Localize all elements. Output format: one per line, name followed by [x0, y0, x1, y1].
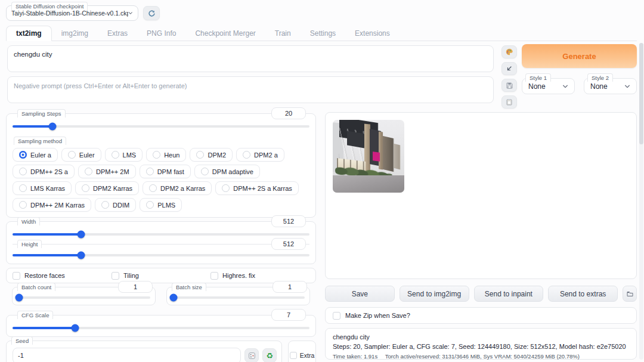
- cfg-scale-slider[interactable]: [13, 327, 309, 329]
- width-slider[interactable]: [13, 233, 309, 236]
- sampler-option-label: DPM++ 2S a Karras: [233, 185, 292, 192]
- style1-value: None: [528, 82, 546, 91]
- save-button[interactable]: Save: [325, 286, 395, 302]
- sampler-option-dpm2-karras[interactable]: DPM2 Karras: [75, 181, 139, 195]
- sampler-option-label: DPM adaptive: [212, 168, 253, 175]
- batch-size-value[interactable]: [273, 281, 307, 293]
- sampling-steps-value[interactable]: [271, 107, 306, 119]
- sampler-option-dpm2-a-karras[interactable]: DPM2 a Karras: [143, 181, 212, 195]
- refresh-icon: [148, 10, 156, 17]
- save-style-button[interactable]: [501, 79, 517, 92]
- seed-label: Seed: [11, 336, 33, 345]
- sampler-option-dpm-2m-karras[interactable]: DPM++ 2M Karras: [13, 198, 91, 212]
- sampler-option-dpm2-a[interactable]: DPM2 a: [236, 148, 284, 162]
- tab-settings[interactable]: Settings: [301, 26, 345, 41]
- chevron-down-icon: [128, 11, 133, 16]
- height-value[interactable]: [271, 238, 306, 250]
- batch-count-slider[interactable]: [17, 296, 150, 299]
- sampler-option-label: DPM2 a: [254, 151, 278, 159]
- height-slider[interactable]: [13, 254, 309, 256]
- restore-faces-checkbox[interactable]: Restore faces: [13, 272, 112, 280]
- checkbox-icon: [290, 352, 297, 359]
- tab-img2img[interactable]: img2img: [52, 26, 98, 41]
- sampling-steps-label: Sampling Steps: [17, 109, 66, 117]
- highres-fix-checkbox[interactable]: Highres. fix: [210, 272, 309, 280]
- sampler-option-label: LMS: [123, 151, 137, 159]
- sampler-option-dpm2[interactable]: DPM2: [190, 148, 233, 162]
- sampler-option-lms[interactable]: LMS: [105, 148, 143, 162]
- extra-seed-checkbox[interactable]: Extra: [288, 341, 316, 362]
- style2-label: Style 2: [587, 73, 613, 82]
- highres-fix-label: Highres. fix: [222, 272, 255, 279]
- send-to-inpaint-button[interactable]: Send to inpaint: [474, 286, 544, 302]
- sampler-option-label: LMS Karras: [30, 185, 65, 192]
- main-tab-bar: txt2imgimg2imgExtrasPNG InfoCheckpoint M…: [6, 27, 637, 41]
- sampling-method-label: Sampling method: [14, 137, 66, 145]
- roll-style-button[interactable]: [501, 45, 517, 58]
- checkpoint-value: Taiyi-Stable-Diffusion-1B-Chinese-v0.1.c…: [11, 10, 128, 17]
- checkbox-icon: [13, 272, 20, 280]
- sampler-option-label: DPM++ 2S a: [30, 168, 68, 175]
- width-value[interactable]: [271, 215, 306, 227]
- output-gallery: [325, 112, 637, 279]
- recycle-icon: ♻: [266, 352, 273, 360]
- radio-icon: [153, 151, 160, 159]
- apply-style-button[interactable]: [501, 95, 517, 109]
- tab-checkpoint-merger[interactable]: Checkpoint Merger: [185, 26, 265, 41]
- radio-icon: [19, 168, 27, 175]
- checkpoint-label: Stable Diffusion checkpoint: [11, 2, 88, 10]
- page-scrollbar[interactable]: [639, 43, 643, 360]
- sampler-option-plms[interactable]: PLMS: [140, 198, 182, 212]
- sampler-option-euler[interactable]: Euler: [61, 148, 101, 162]
- radio-icon: [201, 168, 209, 175]
- open-folder-button[interactable]: [623, 286, 637, 302]
- tab-txt2img[interactable]: txt2img: [6, 26, 52, 41]
- send-to-extras-button[interactable]: Send to extras: [548, 286, 618, 302]
- tab-png-info[interactable]: PNG Info: [137, 26, 185, 41]
- sampler-option-dpm-adaptive[interactable]: DPM adaptive: [194, 165, 260, 178]
- style2-value: None: [590, 82, 608, 91]
- checkpoint-select[interactable]: Stable Diffusion checkpoint Taiyi-Stable…: [6, 5, 138, 21]
- sampling-steps-slider[interactable]: [13, 125, 309, 128]
- sampler-option-dpm-2s-a[interactable]: DPM++ 2S a: [13, 165, 75, 178]
- floppy-disk-icon: [506, 82, 513, 89]
- refresh-checkpoints-button[interactable]: [143, 6, 160, 20]
- sampler-option-label: Heun: [164, 151, 179, 159]
- radio-icon: [85, 168, 92, 175]
- info-vram: Torch active/reserved: 3131/3646 MiB, Sy…: [385, 353, 580, 360]
- send-to-img2img-button[interactable]: Send to img2img: [400, 286, 469, 302]
- batch-size-label: Batch size: [172, 283, 206, 291]
- width-label: Width: [17, 217, 40, 225]
- sampler-option-dpm-fast[interactable]: DPM fast: [140, 165, 191, 178]
- random-seed-button[interactable]: [244, 348, 259, 362]
- radio-icon: [149, 184, 157, 192]
- cfg-scale-value[interactable]: [271, 309, 306, 321]
- dice-icon: [248, 352, 256, 360]
- radio-icon: [112, 151, 119, 159]
- sampler-option-ddim[interactable]: DDIM: [95, 198, 136, 212]
- batch-count-value[interactable]: [118, 281, 153, 293]
- style1-select[interactable]: Style 1 None: [522, 78, 575, 94]
- tab-extras[interactable]: Extras: [98, 26, 137, 41]
- sampler-option-dpm-2s-a-karras[interactable]: DPM++ 2S a Karras: [215, 181, 298, 195]
- seed-input[interactable]: [13, 348, 241, 362]
- make-zip-checkbox[interactable]: Make Zip when Save?: [325, 307, 637, 324]
- sampler-option-euler-a[interactable]: Euler a: [13, 148, 58, 162]
- batch-size-slider[interactable]: [172, 296, 305, 299]
- sampler-option-heun[interactable]: Heun: [146, 148, 186, 162]
- tab-train[interactable]: Train: [265, 26, 301, 41]
- sampler-option-dpm-2m[interactable]: DPM++ 2M: [78, 165, 136, 178]
- negative-prompt-input[interactable]: [7, 76, 494, 103]
- scrollbar-thumb[interactable]: [639, 43, 643, 144]
- style2-select[interactable]: Style 2 None: [584, 78, 637, 94]
- reuse-seed-button[interactable]: ♻: [262, 348, 277, 362]
- output-actions: SaveSend to img2imgSend to inpaintSend t…: [325, 286, 637, 302]
- tab-extensions[interactable]: Extensions: [345, 26, 400, 41]
- sampler-option-lms-karras[interactable]: LMS Karras: [13, 181, 72, 195]
- generated-image-thumbnail[interactable]: [333, 120, 404, 193]
- paste-params-button[interactable]: [501, 62, 517, 75]
- tiling-checkbox[interactable]: Tiling: [112, 272, 210, 280]
- generate-button[interactable]: Generate: [522, 44, 637, 68]
- arrow-down-left-icon: [506, 65, 513, 72]
- prompt-input[interactable]: chengdu city: [7, 45, 494, 72]
